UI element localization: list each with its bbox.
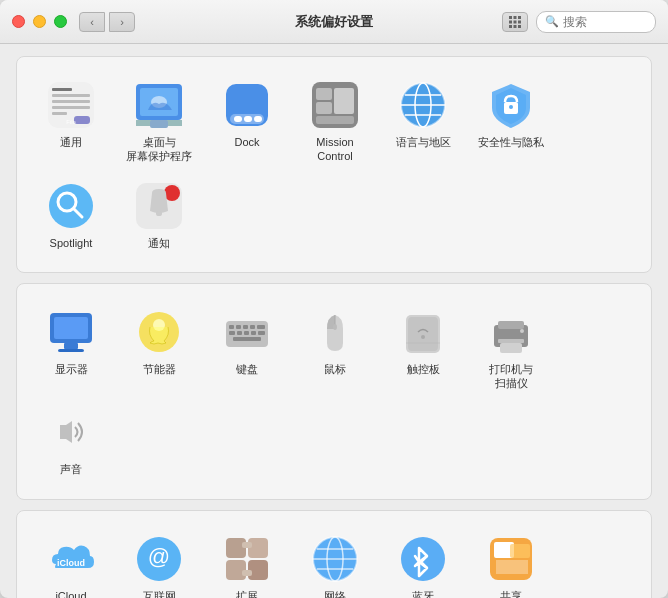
trackpad-label: 触控板 [407,362,440,376]
svg-point-69 [421,335,425,339]
pref-extensions[interactable]: 扩展 [203,525,291,598]
keyboard-label: 键盘 [236,362,258,376]
pref-internet-accounts[interactable]: @ 互联网帐户 [115,525,203,598]
pref-displays[interactable]: 显示器 [27,298,115,399]
trackpad-icon [397,306,449,358]
svg-rect-13 [52,106,90,109]
back-button[interactable]: ‹ [79,12,105,32]
svg-rect-45 [156,211,162,216]
icloud-icon: iCloud [45,533,97,585]
svg-rect-5 [518,20,521,23]
notifications-label: 通知 [148,236,170,250]
section-hardware: 显示器 节能器 [16,283,652,500]
forward-button[interactable]: › [109,12,135,32]
svg-point-40 [49,184,93,228]
svg-point-74 [520,329,524,333]
section-hardware-grid: 显示器 节能器 [27,298,641,485]
printer-icon [485,306,537,358]
svg-rect-81 [248,560,268,580]
svg-rect-53 [229,325,234,329]
internet-accounts-icon: @ [133,533,185,585]
svg-rect-20 [150,120,168,128]
pref-sharing[interactable]: 共享 [467,525,555,598]
section-internet: iCloud iCloud @ 互联网帐户 [16,510,652,598]
pref-trackpad[interactable]: 触控板 [379,298,467,399]
pref-keyboard[interactable]: 键盘 [203,298,291,399]
minimize-button[interactable] [33,15,46,28]
svg-rect-57 [257,325,265,329]
pref-sound[interactable]: 声音 [27,398,115,484]
extensions-icon [221,533,273,585]
svg-rect-54 [236,325,241,329]
svg-rect-6 [509,25,512,28]
svg-rect-79 [248,538,268,558]
general-label: 通用 [60,135,82,149]
search-box[interactable]: 🔍 [536,11,656,33]
svg-rect-1 [514,16,517,19]
svg-rect-15 [74,116,90,124]
mouse-label: 鼠标 [324,362,346,376]
pref-spotlight[interactable]: Spotlight [27,172,115,258]
svg-rect-47 [54,317,88,339]
pref-mouse[interactable]: 鼠标 [291,298,379,399]
grid-view-button[interactable] [502,12,528,32]
language-label: 语言与地区 [396,135,451,149]
svg-rect-62 [258,331,265,335]
mission-label: MissionControl [316,135,353,164]
maximize-button[interactable] [54,15,67,28]
sharing-icon [485,533,537,585]
titlebar: ‹ › 系统偏好设置 🔍 [0,0,668,44]
sound-icon [45,406,97,458]
right-controls: 🔍 [502,11,656,33]
svg-rect-73 [500,343,522,353]
mission-icon [309,79,361,131]
icloud-label: iCloud [55,589,86,598]
pref-notifications[interactable]: 通知 [115,172,203,258]
svg-rect-0 [509,16,512,19]
pref-bluetooth[interactable]: 蓝牙 [379,525,467,598]
svg-rect-82 [242,542,252,548]
pref-dock[interactable]: Dock [203,71,291,172]
displays-icon [45,306,97,358]
svg-rect-28 [316,88,332,100]
svg-rect-95 [510,544,530,558]
pref-energy[interactable]: 节能器 [115,298,203,399]
svg-rect-7 [514,25,517,28]
pref-icloud[interactable]: iCloud iCloud [27,525,115,598]
pref-mission[interactable]: MissionControl [291,71,379,172]
pref-general[interactable]: File 通用 [27,71,115,172]
pref-network[interactable]: 网络 [291,525,379,598]
general-icon: File [45,79,97,131]
svg-rect-2 [518,16,521,19]
svg-rect-25 [244,116,252,122]
network-label: 网络 [324,589,346,598]
svg-rect-61 [251,331,256,335]
svg-rect-14 [52,112,67,115]
svg-rect-30 [334,88,354,114]
svg-text:File: File [66,119,76,125]
energy-label: 节能器 [143,362,176,376]
energy-icon [133,306,185,358]
svg-rect-56 [250,325,255,329]
nav-buttons: ‹ › [79,12,135,32]
svg-rect-83 [242,570,252,576]
svg-rect-3 [509,20,512,23]
svg-rect-59 [237,331,242,335]
pref-security[interactable]: 安全性与隐私 [467,71,555,172]
sound-label: 声音 [60,462,82,476]
section-personal-grid: File 通用 [27,71,641,258]
pref-desktop[interactable]: 桌面与屏幕保护程序 [115,71,203,172]
svg-rect-78 [226,538,246,558]
pref-printer[interactable]: 打印机与扫描仪 [467,298,555,399]
spotlight-label: Spotlight [50,236,93,250]
svg-rect-80 [226,560,246,580]
section-personal: File 通用 [16,56,652,273]
search-icon: 🔍 [545,15,559,28]
svg-rect-72 [498,339,524,343]
svg-rect-4 [514,20,517,23]
security-label: 安全性与隐私 [478,135,544,149]
notifications-icon [133,180,185,232]
search-input[interactable] [563,15,647,29]
close-button[interactable] [12,15,25,28]
pref-language[interactable]: 语言与地区 [379,71,467,172]
